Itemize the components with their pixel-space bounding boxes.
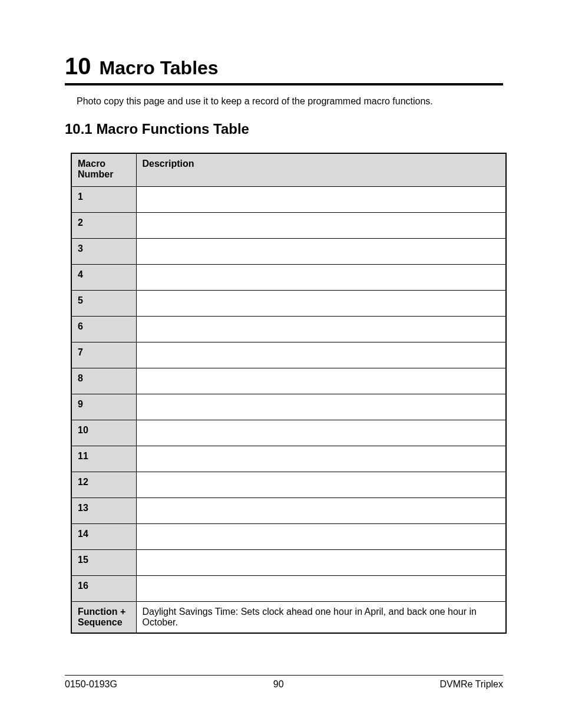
table-row: 4 [71,264,506,290]
footer-row: 0150-0193G 90 DVMRe Triplex [65,679,503,690]
footer-center: 90 [273,679,284,690]
chapter-text: Macro Tables [100,57,219,79]
description-cell [136,186,506,212]
description-cell [136,290,506,316]
macro-number-cell: 4 [71,264,136,290]
description-cell [136,316,506,342]
table-header-row: Macro Number Description [71,153,506,186]
macro-number-cell: 14 [71,523,136,549]
description-cell [136,498,506,523]
footer-rule [65,675,503,676]
description-cell [136,394,506,420]
macro-number-cell: 7 [71,342,136,368]
macro-number-cell: 3 [71,238,136,264]
table-row: 3 [71,238,506,264]
table-row: 9 [71,394,506,420]
macro-number-cell: 13 [71,498,136,523]
macro-number-cell: 12 [71,472,136,498]
macro-number-cell: 16 [71,575,136,601]
macro-number-cell: 8 [71,368,136,394]
table-row: 5 [71,290,506,316]
description-cell [136,549,506,575]
table-row: 8 [71,368,506,394]
macro-number-cell: 9 [71,394,136,420]
section-heading: 10.1 Macro Functions Table [65,121,503,137]
intro-text: Photo copy this page and use it to keep … [77,96,503,107]
description-cell [136,420,506,446]
header-description: Description [136,153,506,186]
macro-number-cell: 5 [71,290,136,316]
footer-desc-cell: Daylight Savings Time: Sets clock ahead … [136,601,506,633]
table-row: 1 [71,186,506,212]
page-footer: 0150-0193G 90 DVMRe Triplex [65,675,503,690]
table-row: 2 [71,212,506,238]
footer-label-cell: Function + Sequence [71,601,136,633]
macro-number-cell: 15 [71,549,136,575]
macro-functions-table: Macro Number Description 1 2 3 4 5 6 7 8… [71,153,507,634]
chapter-number: 10 [65,53,91,80]
table-row: 11 [71,446,506,472]
description-cell [136,238,506,264]
description-cell [136,575,506,601]
table-row: 13 [71,498,506,523]
table-row: 12 [71,472,506,498]
macro-number-cell: 1 [71,186,136,212]
description-cell [136,472,506,498]
footer-left: 0150-0193G [65,679,117,690]
table-row: 16 [71,575,506,601]
macro-number-cell: 2 [71,212,136,238]
macro-number-cell: 6 [71,316,136,342]
footer-right: DVMRe Triplex [439,679,503,690]
description-cell [136,523,506,549]
table-body: 1 2 3 4 5 6 7 8 9 10 11 12 13 14 15 16 F… [71,186,506,633]
table-row: 7 [71,342,506,368]
table-row: 14 [71,523,506,549]
macro-number-cell: 11 [71,446,136,472]
description-cell [136,342,506,368]
table-row: 6 [71,316,506,342]
table-row: 10 [71,420,506,446]
description-cell [136,368,506,394]
header-macro-number: Macro Number [71,153,136,186]
description-cell [136,212,506,238]
chapter-title: 10 Macro Tables [65,53,503,80]
chapter-rule [65,83,503,85]
description-cell [136,446,506,472]
description-cell [136,264,506,290]
table-row: 15 [71,549,506,575]
table-footer-row: Function + Sequence Daylight Savings Tim… [71,601,506,633]
macro-number-cell: 10 [71,420,136,446]
page: 10 Macro Tables Photo copy this page and… [0,0,562,728]
